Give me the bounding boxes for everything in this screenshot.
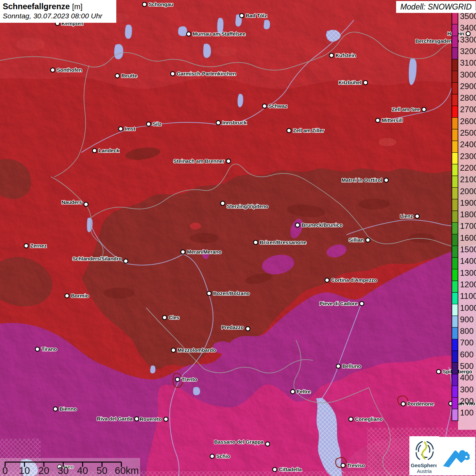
title-box: Schneefallgrenze [m] Sonntag, 30.07.2023… bbox=[0, 0, 116, 23]
model-label: Modell: SNOWGRID bbox=[396, 1, 476, 13]
mountain-cloud-logo-icon bbox=[440, 441, 472, 472]
page-title: Schneefallgrenze bbox=[3, 2, 70, 11]
weather-map-page: SchongauBad TölzKemptenMurnau am Staffel… bbox=[0, 0, 476, 476]
title-unit: [m] bbox=[72, 2, 83, 11]
map-canvas[interactable] bbox=[0, 0, 476, 476]
partner-logo-box bbox=[437, 437, 475, 475]
valid-datetime: Sonntag, 30.07.2023 08:00 Uhr bbox=[3, 12, 114, 20]
geosphere-logo-country: Austria bbox=[409, 469, 439, 474]
geosphere-logo-name: GeoSphere bbox=[409, 463, 439, 469]
geosphere-logo-icon bbox=[412, 438, 437, 463]
geosphere-logo-box: GeoSphere Austria bbox=[409, 436, 439, 475]
